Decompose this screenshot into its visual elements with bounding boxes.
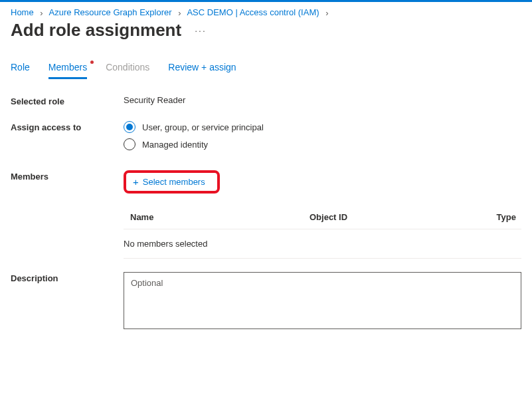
assign-access-label: Assign access to — [11, 121, 124, 132]
description-row: Description — [11, 272, 521, 331]
radio-selected-icon — [124, 121, 135, 133]
selected-role-value: Security Reader — [124, 95, 521, 106]
plus-icon: + — [133, 177, 139, 187]
chevron-right-icon: › — [325, 8, 328, 18]
breadcrumb-arg-explorer[interactable]: Azure Resource Graph Explorer — [49, 7, 172, 17]
chevron-right-icon: › — [178, 8, 181, 18]
description-label: Description — [11, 272, 124, 331]
col-header-type[interactable]: Type — [456, 212, 521, 222]
tab-role[interactable]: Role — [11, 57, 30, 79]
more-actions-button[interactable]: ··· — [192, 23, 209, 39]
content-area: Selected role Security Reader Assign acc… — [0, 79, 532, 342]
radio-managed-label: Managed identity — [142, 140, 208, 150]
assign-access-options: User, group, or service principal Manage… — [124, 121, 521, 156]
breadcrumb-iam[interactable]: ASC DEMO | Access control (IAM) — [187, 7, 319, 17]
tab-members[interactable]: Members — [48, 57, 87, 79]
selected-role-row: Selected role Security Reader — [11, 95, 521, 106]
radio-user-group-sp[interactable]: User, group, or service principal — [124, 121, 521, 133]
assign-access-row: Assign access to User, group, or service… — [11, 121, 521, 156]
description-input[interactable] — [124, 272, 521, 329]
attention-dot-icon — [90, 61, 94, 64]
members-row: Members + Select members — [11, 170, 521, 194]
breadcrumb-home[interactable]: Home — [11, 7, 34, 17]
col-header-name[interactable]: Name — [124, 212, 310, 222]
page-title: Add role assignment — [11, 20, 181, 41]
page-header: Add role assignment ··· — [0, 20, 532, 57]
radio-unselected-icon — [124, 138, 135, 150]
highlight-box: + Select members — [124, 170, 220, 194]
members-label: Members — [11, 170, 124, 182]
selected-role-label: Selected role — [11, 95, 124, 106]
col-header-object-id[interactable]: Object ID — [310, 212, 456, 222]
radio-managed-identity[interactable]: Managed identity — [124, 138, 521, 150]
select-members-label: Select members — [143, 177, 205, 187]
tab-members-label: Members — [48, 62, 87, 72]
tab-review-assign[interactable]: Review + assign — [168, 57, 236, 79]
radio-user-label: User, group, or service principal — [142, 122, 264, 132]
members-empty-state: No members selected — [124, 229, 521, 259]
select-members-button[interactable]: + Select members — [130, 176, 208, 188]
tab-conditions[interactable]: Conditions — [106, 57, 149, 79]
table-header: Name Object ID Type — [124, 205, 521, 229]
tab-bar: Role Members Conditions Review + assign — [0, 57, 532, 79]
breadcrumb: Home › Azure Resource Graph Explorer › A… — [0, 2, 532, 20]
members-table: Name Object ID Type No members selected — [124, 205, 521, 259]
chevron-right-icon: › — [40, 8, 43, 18]
